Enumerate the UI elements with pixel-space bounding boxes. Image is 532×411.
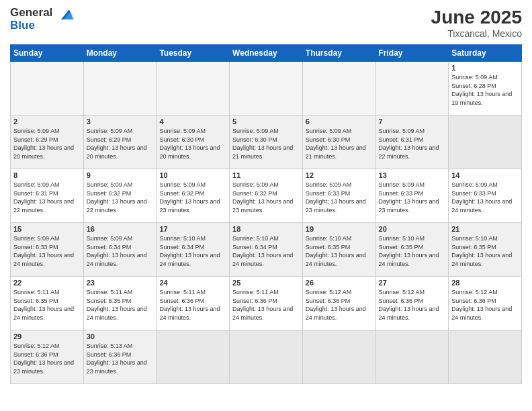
day-number: 15 [13, 225, 81, 233]
day-info: Sunrise: 5:12 AMSunset: 6:36 PMDaylight:… [13, 342, 81, 375]
day-info: Sunrise: 5:11 AMSunset: 6:35 PMDaylight:… [13, 288, 81, 322]
calendar-cell: 20Sunrise: 5:10 AMSunset: 6:35 PMDayligh… [375, 223, 449, 277]
day-info: Sunrise: 5:09 AMSunset: 6:30 PMDaylight:… [306, 127, 373, 161]
calendar-cell: 29Sunrise: 5:12 AMSunset: 6:36 PMDayligh… [11, 330, 84, 384]
calendar-table: SundayMondayTuesdayWednesdayThursdayFrid… [10, 44, 522, 384]
day-info: Sunrise: 5:11 AMSunset: 6:36 PMDaylight:… [232, 288, 300, 322]
day-number: 17 [159, 225, 226, 233]
calendar-cell: 24Sunrise: 5:11 AMSunset: 6:36 PMDayligh… [157, 277, 230, 330]
day-number: 18 [232, 225, 300, 233]
page: General Blue June 2025 Tixcancal, Mexico… [0, 0, 532, 411]
day-info: Sunrise: 5:12 AMSunset: 6:36 PMDaylight:… [379, 288, 446, 322]
calendar-week-row: 29Sunrise: 5:12 AMSunset: 6:36 PMDayligh… [11, 330, 522, 384]
day-number: 9 [87, 171, 154, 179]
day-number: 22 [13, 279, 81, 287]
calendar-cell: 16Sunrise: 5:09 AMSunset: 6:34 PMDayligh… [83, 223, 157, 277]
day-number: 29 [13, 332, 81, 340]
calendar-cell [302, 62, 375, 116]
logo-general: General [10, 6, 52, 19]
day-info: Sunrise: 5:10 AMSunset: 6:34 PMDaylight:… [159, 234, 226, 268]
day-info: Sunrise: 5:09 AMSunset: 6:30 PMDaylight:… [159, 127, 226, 161]
day-info: Sunrise: 5:12 AMSunset: 6:36 PMDaylight:… [451, 288, 519, 322]
day-header-tuesday: Tuesday [157, 45, 230, 62]
calendar-cell: 8Sunrise: 5:09 AMSunset: 6:31 PMDaylight… [11, 169, 84, 223]
calendar-cell: 28Sunrise: 5:12 AMSunset: 6:36 PMDayligh… [449, 277, 522, 330]
calendar-cell [83, 62, 157, 116]
day-info: Sunrise: 5:09 AMSunset: 6:34 PMDaylight:… [87, 234, 154, 268]
calendar-cell: 13Sunrise: 5:09 AMSunset: 6:33 PMDayligh… [375, 169, 449, 223]
calendar-cell: 12Sunrise: 5:09 AMSunset: 6:33 PMDayligh… [302, 169, 375, 223]
calendar-cell: 6Sunrise: 5:09 AMSunset: 6:30 PMDaylight… [302, 116, 375, 169]
calendar-cell: 14Sunrise: 5:09 AMSunset: 6:33 PMDayligh… [449, 169, 522, 223]
day-info: Sunrise: 5:09 AMSunset: 6:33 PMDaylight:… [379, 181, 446, 214]
logo-text: General Blue [10, 7, 52, 32]
day-info: Sunrise: 5:12 AMSunset: 6:36 PMDaylight:… [306, 288, 373, 322]
calendar-cell [375, 330, 449, 384]
day-header-thursday: Thursday [302, 45, 375, 62]
calendar-cell: 25Sunrise: 5:11 AMSunset: 6:36 PMDayligh… [230, 277, 303, 330]
day-info: Sunrise: 5:11 AMSunset: 6:35 PMDaylight:… [87, 288, 154, 322]
day-number: 19 [306, 225, 373, 233]
calendar-cell: 27Sunrise: 5:12 AMSunset: 6:36 PMDayligh… [375, 277, 449, 330]
day-number: 30 [87, 332, 154, 340]
day-number: 6 [306, 118, 373, 126]
day-number: 2 [13, 118, 81, 126]
calendar-cell: 9Sunrise: 5:09 AMSunset: 6:32 PMDaylight… [83, 169, 157, 223]
calendar-week-row: 1Sunrise: 5:09 AMSunset: 6:28 PMDaylight… [11, 62, 522, 116]
calendar-cell [449, 330, 522, 384]
day-number: 5 [232, 118, 300, 126]
logo-icon [54, 6, 75, 26]
calendar-cell: 23Sunrise: 5:11 AMSunset: 6:35 PMDayligh… [83, 277, 157, 330]
day-info: Sunrise: 5:09 AMSunset: 6:32 PMDaylight:… [232, 181, 300, 214]
day-number: 10 [159, 171, 226, 179]
calendar-cell: 21Sunrise: 5:10 AMSunset: 6:35 PMDayligh… [449, 223, 522, 277]
calendar-cell: 22Sunrise: 5:11 AMSunset: 6:35 PMDayligh… [11, 277, 84, 330]
day-info: Sunrise: 5:13 AMSunset: 6:36 PMDaylight:… [87, 342, 154, 375]
calendar-cell: 18Sunrise: 5:10 AMSunset: 6:34 PMDayligh… [230, 223, 303, 277]
day-info: Sunrise: 5:10 AMSunset: 6:35 PMDaylight:… [451, 234, 519, 268]
calendar-week-row: 8Sunrise: 5:09 AMSunset: 6:31 PMDaylight… [11, 169, 522, 223]
logo-blue: Blue [10, 19, 35, 32]
header: General Blue June 2025 Tixcancal, Mexico [10, 7, 522, 39]
day-number: 27 [379, 279, 446, 287]
day-number: 24 [159, 279, 226, 287]
day-number: 28 [451, 279, 519, 287]
day-number: 14 [451, 171, 519, 179]
title-block: June 2025 Tixcancal, Mexico [431, 7, 522, 39]
day-header-monday: Monday [83, 45, 157, 62]
day-number: 11 [232, 171, 300, 179]
calendar-cell [230, 62, 303, 116]
day-number: 25 [232, 279, 300, 287]
day-info: Sunrise: 5:09 AMSunset: 6:32 PMDaylight:… [159, 181, 226, 214]
day-header-wednesday: Wednesday [230, 45, 303, 62]
calendar-cell: 1Sunrise: 5:09 AMSunset: 6:28 PMDaylight… [449, 62, 522, 116]
calendar-week-row: 22Sunrise: 5:11 AMSunset: 6:35 PMDayligh… [11, 277, 522, 330]
day-number: 4 [159, 118, 226, 126]
day-info: Sunrise: 5:09 AMSunset: 6:31 PMDaylight:… [379, 127, 446, 161]
day-info: Sunrise: 5:09 AMSunset: 6:29 PMDaylight:… [13, 127, 81, 161]
day-info: Sunrise: 5:11 AMSunset: 6:36 PMDaylight:… [159, 288, 226, 322]
calendar-cell: 2Sunrise: 5:09 AMSunset: 6:29 PMDaylight… [11, 116, 84, 169]
calendar-cell: 10Sunrise: 5:09 AMSunset: 6:32 PMDayligh… [157, 169, 230, 223]
calendar-header-row: SundayMondayTuesdayWednesdayThursdayFrid… [11, 45, 522, 62]
calendar-cell [157, 62, 230, 116]
day-number: 16 [87, 225, 154, 233]
calendar-cell: 4Sunrise: 5:09 AMSunset: 6:30 PMDaylight… [157, 116, 230, 169]
day-info: Sunrise: 5:09 AMSunset: 6:30 PMDaylight:… [232, 127, 300, 161]
day-number: 26 [306, 279, 373, 287]
day-info: Sunrise: 5:09 AMSunset: 6:33 PMDaylight:… [451, 181, 519, 214]
calendar-week-row: 2Sunrise: 5:09 AMSunset: 6:29 PMDaylight… [11, 116, 522, 169]
day-header-sunday: Sunday [11, 45, 84, 62]
month-year: June 2025 [431, 7, 522, 28]
day-info: Sunrise: 5:09 AMSunset: 6:31 PMDaylight:… [13, 181, 81, 214]
day-number: 7 [379, 118, 446, 126]
logo: General Blue [10, 7, 75, 32]
day-number: 23 [87, 279, 154, 287]
day-number: 12 [306, 171, 373, 179]
location: Tixcancal, Mexico [431, 28, 522, 39]
day-info: Sunrise: 5:09 AMSunset: 6:33 PMDaylight:… [306, 181, 373, 214]
calendar-week-row: 15Sunrise: 5:09 AMSunset: 6:33 PMDayligh… [11, 223, 522, 277]
calendar-cell: 5Sunrise: 5:09 AMSunset: 6:30 PMDaylight… [230, 116, 303, 169]
day-info: Sunrise: 5:09 AMSunset: 6:29 PMDaylight:… [87, 127, 154, 161]
day-number: 20 [379, 225, 446, 233]
